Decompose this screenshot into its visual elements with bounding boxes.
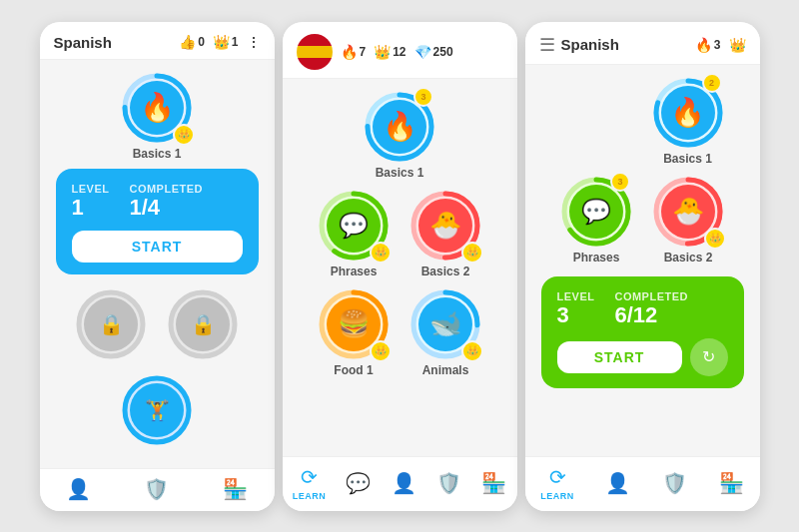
person-icon-s1: 👤 bbox=[66, 477, 91, 501]
lesson-basics2-s3[interactable]: 🐣 👑 Basics 2 bbox=[652, 176, 724, 265]
screen3-level: Level 3 bbox=[557, 290, 595, 328]
nav-learn-s2[interactable]: ⟳ LEARN bbox=[293, 465, 327, 501]
lesson-animals-s2[interactable]: 🐋 👑 Animals bbox=[409, 288, 481, 377]
level-label-s3: Level bbox=[557, 290, 595, 302]
screen1-body: 🔥 👑 Basics 1 Level 1 Completed 1 bbox=[40, 60, 275, 468]
badge-s3-basics1: 2 bbox=[702, 73, 722, 93]
label-s2-animals: Animals bbox=[422, 363, 469, 377]
nav-shield-s2[interactable]: 🛡️ bbox=[436, 471, 461, 495]
chat-icon-s2: 💬 bbox=[346, 471, 371, 495]
locked-1-s1: 🔒 bbox=[75, 288, 147, 360]
screen1-bottom-nav: 👤 🛡️ 🏪 bbox=[40, 468, 275, 511]
nav-profile-s1[interactable]: 👤 bbox=[66, 477, 91, 501]
refresh-button-s3[interactable]: ↻ bbox=[690, 338, 728, 376]
screen3-fire-value: 3 bbox=[714, 38, 721, 52]
lesson-basics1-s1[interactable]: 🔥 👑 Basics 1 bbox=[121, 72, 193, 161]
fire-icon-s2: 🔥 bbox=[341, 44, 358, 60]
screen1-level: Level 1 bbox=[72, 183, 110, 221]
screen2-stat-fire: 🔥 7 bbox=[341, 44, 367, 60]
flag-circle-s2 bbox=[297, 34, 333, 70]
fire-icon-s3: 🔥 bbox=[695, 37, 712, 53]
screen3-bottom-nav: ⟳ Learn 👤 🛡️ 🏪 bbox=[525, 456, 760, 511]
screen2-gem-value: 250 bbox=[433, 45, 453, 59]
person-icon-s3: 👤 bbox=[605, 471, 630, 495]
nav-person-s2[interactable]: 👤 bbox=[392, 471, 416, 495]
screen3-stat-crown: 👑 bbox=[729, 37, 746, 53]
badge-s2-animals: 👑 bbox=[461, 340, 483, 362]
lesson-phrases-s2[interactable]: 💬 👑 Phrases bbox=[318, 190, 390, 278]
screen3-card-row: Level 3 Completed 6/12 bbox=[557, 290, 728, 328]
lesson-food1-s2[interactable]: 🍔 👑 Food 1 bbox=[318, 288, 390, 377]
badge-s1-basics1: 👑 bbox=[173, 124, 195, 146]
nav-shop-s2[interactable]: 🏪 bbox=[481, 471, 506, 495]
start-button-s1[interactable]: START bbox=[72, 231, 243, 263]
screens-container: Spanish 👍 0 👑 1 ⋮ bbox=[0, 0, 799, 532]
locked-row-s1: 🔒 🔒 bbox=[75, 288, 239, 360]
screen3-body: 🔥 2 Basics 1 💬 bbox=[525, 65, 760, 456]
nav-chat-s2[interactable]: 💬 bbox=[346, 471, 371, 495]
screen2-body: 🔥 3 Basics 1 💬 👑 bbox=[283, 79, 517, 456]
lesson-row-s3-pb: 💬 3 Phrases 🐣 👑 bbox=[560, 176, 724, 265]
more-icon-1[interactable]: ⋮ bbox=[247, 34, 261, 50]
completed-label-s3: Completed bbox=[614, 290, 688, 302]
lesson-basics1-s3[interactable]: 🔥 2 Basics 1 bbox=[652, 77, 724, 166]
screen1-stat-heart: 👍 0 bbox=[179, 34, 205, 50]
badge-s2-phrases: 👑 bbox=[370, 242, 392, 264]
crown-icon-1: 👑 bbox=[213, 34, 230, 50]
screen3-header: ☰ Spanish 🔥 3 👑 bbox=[525, 22, 760, 65]
thumbs-up-icon: 👍 bbox=[179, 34, 196, 50]
screen1-card-row: Level 1 Completed 1/4 bbox=[72, 183, 243, 221]
screen-3: ☰ Spanish 🔥 3 👑 bbox=[525, 22, 760, 511]
badge-s2-basics1: 3 bbox=[413, 87, 433, 107]
nav-shop-s3[interactable]: 🏪 bbox=[719, 471, 744, 495]
screen1-heart-value: 0 bbox=[198, 35, 205, 49]
label-s2-basics2: Basics 2 bbox=[421, 265, 470, 278]
crown-icon-s2: 👑 bbox=[374, 44, 391, 60]
screen2-fire-value: 7 bbox=[360, 45, 367, 59]
locked-2-s1: 🔒 bbox=[167, 288, 239, 360]
lesson-basics2-s2[interactable]: 🐣 👑 Basics 2 bbox=[409, 190, 481, 278]
shield-icon-s1: 🛡️ bbox=[144, 477, 169, 501]
hamburger-icon-s3[interactable]: ☰ bbox=[539, 34, 555, 56]
label-s3-phrases: Phrases bbox=[573, 251, 620, 265]
start-button-s3[interactable]: START bbox=[557, 341, 682, 373]
shop-icon-s3: 🏪 bbox=[719, 471, 744, 495]
person-icon-s2: 👤 bbox=[392, 471, 416, 495]
screen3-completed: Completed 6/12 bbox=[614, 290, 688, 328]
learn-label-s3: Learn bbox=[540, 491, 574, 501]
screen2-bottom-nav: ⟳ LEARN 💬 👤 🛡️ 🏪 bbox=[283, 456, 517, 511]
nav-shop-s1[interactable]: 🏪 bbox=[223, 477, 248, 501]
badge-s2-food1: 👑 bbox=[370, 340, 392, 362]
lesson-phrases-s3[interactable]: 💬 3 Phrases bbox=[560, 176, 632, 265]
screen-2: 🔥 7 👑 12 💎 250 bbox=[283, 22, 517, 511]
level-value-s1: 1 bbox=[72, 195, 110, 221]
lesson-basics1-s2[interactable]: 🔥 3 Basics 1 bbox=[364, 91, 435, 180]
screen1-header: Spanish 👍 0 👑 1 ⋮ bbox=[40, 22, 275, 60]
shield-icon-s2: 🛡️ bbox=[436, 471, 461, 495]
lesson-row-phrases-basics2: 💬 👑 Phrases 🐣 👑 bbox=[318, 190, 481, 278]
screen3-stats: 🔥 3 👑 bbox=[695, 37, 746, 53]
completed-value-s1: 1/4 bbox=[129, 195, 203, 221]
screen2-stat-gem: 💎 250 bbox=[414, 44, 453, 60]
screen2-lessons: 🔥 3 Basics 1 💬 👑 bbox=[283, 91, 517, 377]
nav-person-s3[interactable]: 👤 bbox=[605, 471, 630, 495]
basics1-row-s3: 🔥 2 Basics 1 bbox=[541, 77, 744, 166]
completed-label-s1: Completed bbox=[129, 183, 203, 195]
label-s3-basics2: Basics 2 bbox=[664, 251, 713, 265]
badge-s3-basics2: 👑 bbox=[704, 228, 726, 250]
completed-value-s3: 6/12 bbox=[614, 302, 688, 328]
nav-learn-s3[interactable]: ⟳ Learn bbox=[540, 465, 574, 501]
crown-icon-s3: 👑 bbox=[729, 37, 746, 53]
screen1-completed: Completed 1/4 bbox=[129, 183, 203, 221]
screen3-title: Spanish bbox=[561, 36, 695, 53]
level-label-s1: Level bbox=[72, 183, 110, 195]
nav-shield-s1[interactable]: 🛡️ bbox=[144, 477, 169, 501]
nav-shield-s3[interactable]: 🛡️ bbox=[662, 471, 687, 495]
learn-icon-s2: ⟳ bbox=[301, 465, 318, 489]
screen2-crown-value: 12 bbox=[393, 45, 405, 59]
label-s2-basics1: Basics 1 bbox=[376, 166, 424, 180]
lesson-row-food-animals: 🍔 👑 Food 1 🐋 👑 bbox=[318, 288, 481, 377]
badge-s2-basics2: 👑 bbox=[461, 242, 483, 264]
screen1-crown-value: 1 bbox=[232, 35, 239, 49]
screen1-stat-crown: 👑 1 bbox=[213, 34, 239, 50]
